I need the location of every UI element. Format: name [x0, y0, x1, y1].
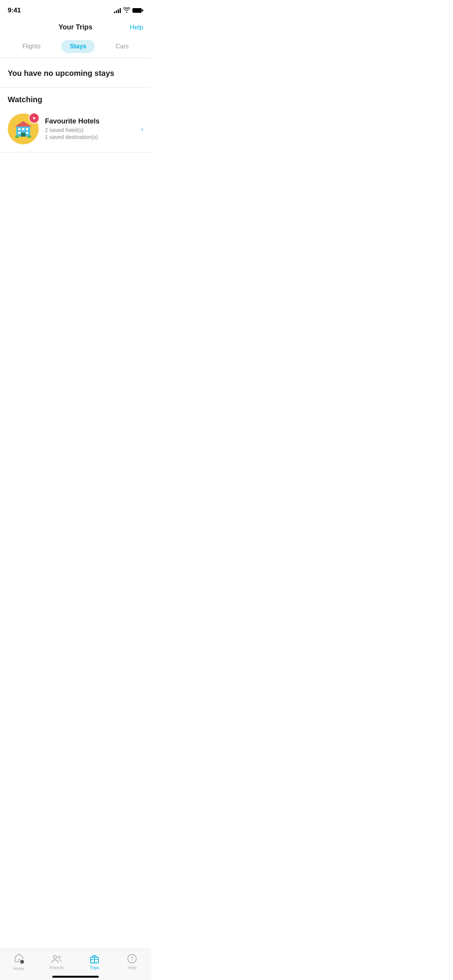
- favourite-hotels-item[interactable]: Favourite Hotels 2 saved hotel(s) 1 save…: [8, 110, 143, 152]
- svg-rect-4: [26, 128, 28, 130]
- page-header: Your Trips Help: [0, 19, 151, 38]
- signal-icon: [114, 8, 121, 13]
- svg-rect-2: [18, 128, 21, 130]
- tab-stays[interactable]: Stays: [61, 40, 95, 53]
- svg-rect-3: [22, 128, 24, 130]
- page-title: Your Trips: [58, 23, 93, 31]
- hotel-icon-wrapper: [8, 113, 39, 144]
- watching-title: Watching: [8, 95, 143, 104]
- tab-flights[interactable]: Flights: [14, 40, 49, 53]
- status-icons: [114, 7, 143, 14]
- no-upcoming-section: You have no upcoming stays: [0, 58, 151, 87]
- tab-bar: Flights Stays Cars: [0, 38, 151, 58]
- favourite-hotels-title: Favourite Hotels: [45, 117, 138, 125]
- status-bar: 9:41: [0, 0, 151, 19]
- tab-cars[interactable]: Cars: [107, 40, 137, 53]
- help-link[interactable]: Help: [130, 24, 143, 31]
- svg-point-8: [15, 135, 19, 138]
- saved-destinations-count: 1 saved destination(s): [45, 134, 138, 140]
- favourite-hotels-info: Favourite Hotels 2 saved hotel(s) 1 save…: [39, 117, 138, 141]
- svg-point-9: [27, 135, 31, 138]
- watching-section: Watching Fa: [0, 87, 151, 152]
- svg-rect-5: [18, 132, 21, 134]
- heart-badge-icon: [29, 113, 39, 123]
- svg-marker-1: [15, 121, 32, 127]
- saved-hotels-count: 2 saved hotel(s): [45, 127, 138, 133]
- wifi-icon: [123, 7, 130, 14]
- chevron-right-icon: ›: [138, 125, 143, 133]
- battery-icon: [132, 8, 143, 13]
- svg-rect-7: [21, 133, 26, 137]
- svg-rect-6: [26, 132, 28, 134]
- divider-bottom: [0, 152, 151, 152]
- status-time: 9:41: [8, 7, 21, 14]
- no-upcoming-text: You have no upcoming stays: [8, 69, 114, 77]
